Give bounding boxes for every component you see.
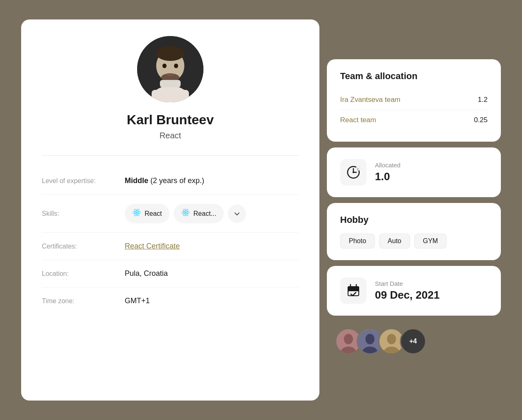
- team-value-2: 0.25: [474, 116, 488, 124]
- certificates-row: Certificates: React Certificate: [42, 233, 299, 260]
- team-row-2: React team 0.25: [340, 110, 488, 130]
- start-date-label: Start Date: [375, 280, 440, 287]
- hobby-tag-photo: Photo: [340, 234, 375, 249]
- timezone-label: Time zone:: [42, 297, 125, 305]
- skills-label: Skills:: [42, 210, 125, 217]
- hobby-title: Hobby: [340, 215, 488, 225]
- skill-react2: React...: [174, 204, 224, 223]
- clock-icon: !: [346, 165, 360, 179]
- certificates-label: Certificates:: [42, 243, 125, 250]
- expertise-label: Level of expertise:: [42, 177, 125, 185]
- allocated-content: ! Allocated 1.0: [340, 159, 488, 186]
- allocated-value: 1.0: [375, 170, 401, 183]
- skills-dropdown-button[interactable]: [228, 205, 246, 223]
- skills-row-container: Skills: React: [42, 195, 299, 233]
- svg-text:!: !: [358, 168, 358, 171]
- location-label: Location:: [42, 270, 125, 278]
- skill-react: React: [125, 204, 169, 223]
- location-value: Pula, Croatia: [125, 269, 168, 278]
- more-avatars-badge: +4: [400, 328, 426, 355]
- hobby-tag-gym: GYM: [414, 234, 447, 249]
- right-column: Team & allocation Ira Zvantseva team 1.2…: [327, 59, 501, 361]
- svg-point-6: [162, 64, 167, 68]
- team-name-2: React team: [340, 116, 376, 124]
- allocated-text: Allocated 1.0: [375, 162, 401, 183]
- allocated-label: Allocated: [375, 162, 401, 169]
- info-section: Level of expertise: Middle (2 years of e…: [42, 167, 299, 314]
- team-row-1: Ira Zvantseva team 1.2: [340, 90, 488, 110]
- expertise-row: Level of expertise: Middle (2 years of e…: [42, 167, 299, 195]
- certificate-link[interactable]: React Certificate: [125, 242, 180, 251]
- hobby-tags: Photo Auto GYM: [340, 234, 488, 249]
- skills-list: React React...: [125, 204, 246, 223]
- svg-point-7: [174, 64, 178, 68]
- team-name-1: Ira Zvantseva team: [340, 96, 401, 104]
- hobby-tag-auto: Auto: [379, 234, 410, 249]
- svg-rect-5: [156, 52, 184, 57]
- svg-point-34: [365, 333, 375, 344]
- profile-card: Karl Brunteev React Level of expertise: …: [21, 19, 319, 401]
- svg-point-37: [387, 333, 396, 344]
- team-allocation-title: Team & allocation: [340, 71, 488, 82]
- person-role: React: [160, 131, 181, 140]
- divider: [42, 155, 299, 156]
- skill-react2-label: React...: [193, 210, 216, 217]
- team-allocation-card: Team & allocation Ira Zvantseva team 1.2…: [327, 59, 501, 142]
- expertise-value: Middle (2 years of exp.): [125, 176, 204, 185]
- start-date-content: Start Date 09 Dec, 2021: [340, 278, 488, 304]
- hobby-card: Hobby Photo Auto GYM: [327, 203, 501, 260]
- skill-react-label: React: [145, 210, 162, 217]
- start-date-card: Start Date 09 Dec, 2021: [327, 266, 501, 316]
- svg-rect-9: [160, 80, 181, 87]
- person-name: Karl Brunteev: [127, 112, 214, 128]
- location-row: Location: Pula, Croatia: [42, 260, 299, 287]
- calendar-icon: [346, 284, 360, 298]
- avatars-row: +4: [327, 321, 501, 361]
- svg-point-31: [344, 333, 353, 344]
- svg-point-10: [136, 212, 138, 214]
- allocated-card: ! Allocated 1.0: [327, 147, 501, 197]
- start-date-text: Start Date 09 Dec, 2021: [375, 280, 440, 302]
- timezone-value: GMT+1: [125, 297, 150, 305]
- timezone-row: Time zone: GMT+1: [42, 287, 299, 314]
- calendar-icon-box: [340, 278, 367, 304]
- team-value-1: 1.2: [478, 96, 488, 104]
- svg-rect-2: [152, 90, 189, 102]
- clock-icon-box: !: [340, 159, 367, 186]
- svg-rect-26: [348, 289, 359, 290]
- react-icon-2: [181, 208, 190, 219]
- avatar: [137, 36, 203, 102]
- svg-point-14: [185, 212, 187, 214]
- react-icon-1: [132, 208, 141, 219]
- start-date-value: 09 Dec, 2021: [375, 289, 440, 302]
